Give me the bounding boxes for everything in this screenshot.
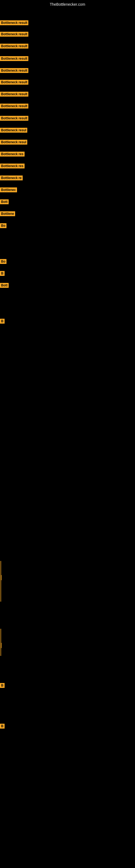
vertical-line	[1, 561, 1, 601]
bottleneck-result-label: Bottleneck res	[0, 152, 25, 156]
site-title: TheBottlenecker.com	[0, 0, 135, 8]
bottleneck-result-label: Bo	[0, 223, 6, 228]
bottleneck-result-label: Bottleneck re	[0, 176, 23, 180]
bottleneck-result-label: Bottlene	[0, 211, 15, 216]
bottleneck-result-label: Bottleneck resul	[0, 128, 27, 133]
bottleneck-result-label: Bo	[0, 259, 6, 264]
bottleneck-result-label: Bottlenec	[0, 187, 17, 192]
bottleneck-result-label: B	[0, 683, 5, 688]
bottleneck-result-label: Bottleneck result	[0, 32, 28, 37]
bottleneck-result-label: B	[0, 271, 5, 276]
vertical-line	[1, 629, 1, 656]
bottleneck-result-label: B	[0, 319, 5, 323]
bottleneck-result-label: Bottleneck res	[0, 163, 25, 168]
bottleneck-result-label: Bottleneck resul	[0, 140, 27, 145]
bottleneck-result-label: Bottleneck result	[0, 68, 28, 73]
bottleneck-result-label: Bottleneck result	[0, 44, 28, 49]
bottleneck-result-label: Bottleneck result	[0, 20, 28, 25]
bottleneck-result-label: Bottleneck result	[0, 104, 28, 108]
bottleneck-result-label: Bottleneck result	[0, 92, 28, 97]
bottleneck-result-label: Bottleneck result	[0, 80, 28, 85]
bottleneck-result-label: Bott	[0, 199, 9, 204]
bottleneck-result-label: Bott	[0, 283, 9, 288]
bottleneck-result-label: Bottleneck result	[0, 56, 28, 61]
bottleneck-result-label: B	[0, 724, 5, 728]
bottleneck-result-label: Bottleneck result	[0, 116, 28, 121]
